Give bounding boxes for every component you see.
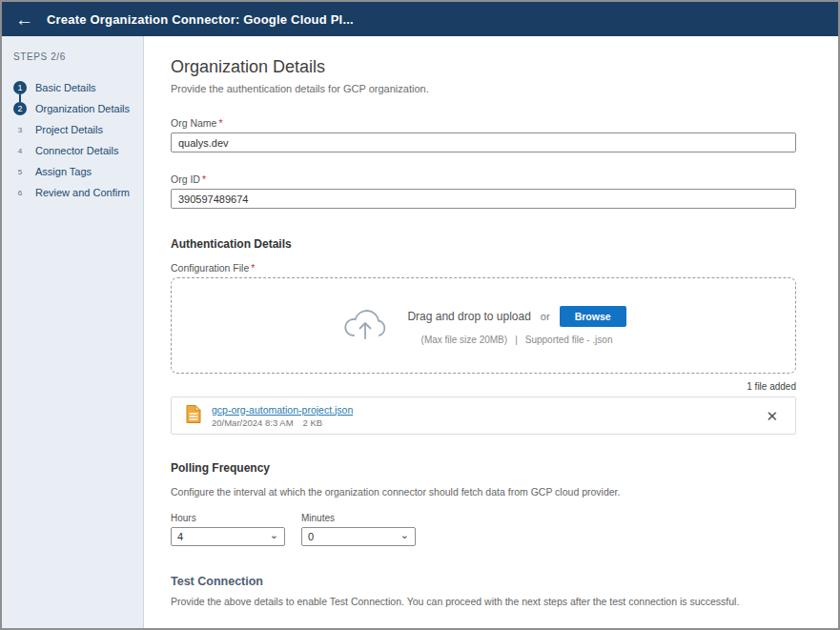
minutes-selected-value: 0: [308, 531, 314, 542]
step-4-number: 4: [13, 147, 27, 155]
step-1-circle-icon: 1: [13, 81, 27, 94]
step-2-circle-icon: 2: [13, 102, 27, 115]
files-added-count: 1 file added: [171, 381, 796, 392]
required-asterisk: *: [251, 262, 255, 274]
sidebar-step-organization-details[interactable]: 2 Organization Details: [13, 98, 137, 119]
window-title: Create Organization Connector: Google Cl…: [47, 12, 354, 27]
cloud-upload-icon: [340, 304, 390, 348]
uploaded-file-meta: 20/Mar/2024 8:3 AM 2 KB: [212, 417, 752, 428]
organization-details-panel: Organization Details Provide the authent…: [144, 36, 838, 628]
required-asterisk: *: [218, 117, 222, 129]
create-connector-window: ← Create Organization Connector: Google …: [0, 0, 840, 630]
polling-frequency-description: Configure the interval at which the orga…: [171, 486, 796, 498]
file-json-icon: [185, 404, 202, 428]
steps-progress-label: STEPS 2/6: [13, 51, 137, 62]
step-label: Connector Details: [35, 145, 118, 156]
org-name-label: Org Name*: [171, 117, 796, 129]
step-label: Basic Details: [35, 82, 96, 93]
browse-button[interactable]: Browse: [560, 306, 626, 327]
step-3-number: 3: [13, 126, 27, 134]
hours-select[interactable]: 4 ⌄: [171, 527, 285, 546]
sidebar-step-project-details[interactable]: 3 Project Details: [13, 119, 137, 140]
required-asterisk: *: [202, 173, 206, 185]
sidebar-step-assign-tags[interactable]: 5 Assign Tags: [13, 161, 137, 182]
uploaded-file-link[interactable]: gcp-org-automation-project.json: [212, 404, 353, 416]
remove-file-icon[interactable]: ✕: [762, 407, 782, 425]
minutes-label: Minutes: [301, 513, 416, 523]
step-label: Review and Confirm: [35, 187, 130, 198]
or-text: or: [541, 311, 550, 322]
step-label: Assign Tags: [35, 166, 92, 177]
page-title: Organization Details: [171, 57, 796, 77]
drag-drop-text: Drag and drop to upload: [407, 310, 530, 323]
sidebar-step-connector-details[interactable]: 4 Connector Details: [13, 140, 137, 161]
wizard-steps-sidebar: STEPS 2/6 1 Basic Details 2 Organization…: [2, 36, 144, 628]
hours-label: Hours: [171, 513, 285, 523]
org-id-label: Org ID*: [171, 173, 796, 185]
back-arrow-icon[interactable]: ←: [15, 10, 33, 29]
test-connection-description: Provide the above details to enable Test…: [171, 596, 796, 607]
org-id-input[interactable]: [171, 189, 796, 209]
upload-hint: (Max file size 20MB) | Supported file - …: [421, 335, 613, 345]
minutes-select[interactable]: 0 ⌄: [301, 527, 416, 546]
file-dropzone[interactable]: Drag and drop to upload or Browse (Max f…: [171, 277, 796, 374]
chevron-down-icon: ⌄: [400, 530, 409, 540]
sidebar-step-review-and-confirm[interactable]: 6 Review and Confirm: [13, 182, 137, 203]
chevron-down-icon: ⌄: [270, 530, 278, 540]
step-5-number: 5: [13, 168, 27, 176]
step-label: Organization Details: [35, 103, 130, 114]
hours-selected-value: 4: [177, 531, 183, 542]
test-connection-heading: Test Connection: [171, 575, 796, 588]
org-name-input[interactable]: [171, 132, 796, 152]
authentication-details-heading: Authentication Details: [171, 237, 796, 251]
configuration-file-label: Configuration File*: [171, 262, 796, 274]
step-6-number: 6: [13, 189, 27, 197]
step-label: Project Details: [35, 124, 103, 135]
sidebar-step-basic-details[interactable]: 1 Basic Details: [13, 77, 137, 98]
polling-frequency-heading: Polling Frequency: [171, 461, 796, 475]
uploaded-file-row: gcp-org-automation-project.json 20/Mar/2…: [171, 396, 796, 435]
page-subtitle: Provide the authentication details for G…: [171, 83, 796, 94]
header-bar: ← Create Organization Connector: Google …: [2, 2, 838, 36]
